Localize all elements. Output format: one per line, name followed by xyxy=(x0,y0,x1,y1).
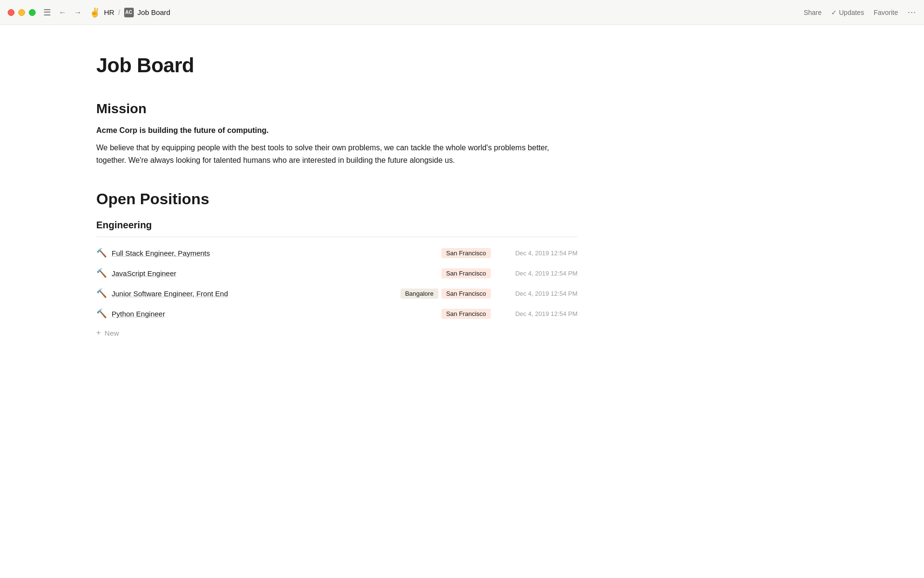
close-button[interactable] xyxy=(8,9,14,16)
job-tags: San Francisco xyxy=(441,248,491,258)
titlebar: ☰ ← → ✌️ HR / AC Job Board Share ✓ Updat… xyxy=(0,0,924,25)
job-title: Python Engineer xyxy=(112,310,441,318)
breadcrumb: ✌️ HR / AC Job Board xyxy=(90,7,804,18)
job-tag[interactable]: San Francisco xyxy=(441,268,491,278)
job-list: 🔨Full Stack Engineer, PaymentsSan Franci… xyxy=(96,243,578,324)
job-row[interactable]: 🔨Full Stack Engineer, PaymentsSan Franci… xyxy=(96,243,578,263)
job-date: Dec 4, 2019 12:54 PM xyxy=(500,310,578,317)
job-title: Junior Software Engineer, Front End xyxy=(112,289,400,298)
mission-text: We believe that by equipping people with… xyxy=(96,142,578,166)
updates-button[interactable]: ✓ Updates xyxy=(831,9,864,16)
page-title: Job Board xyxy=(96,54,578,77)
new-row[interactable]: + New xyxy=(96,324,578,342)
job-icon: 🔨 xyxy=(96,248,107,258)
minimize-button[interactable] xyxy=(18,9,25,16)
job-icon: 🔨 xyxy=(96,308,107,319)
job-row[interactable]: 🔨Junior Software Engineer, Front EndBang… xyxy=(96,283,578,303)
section-divider xyxy=(96,236,578,237)
job-tag[interactable]: Bangalore xyxy=(400,289,438,299)
more-button[interactable]: ··· xyxy=(908,7,916,17)
job-tags: BangaloreSan Francisco xyxy=(400,289,491,299)
job-title: JavaScript Engineer xyxy=(112,269,441,277)
new-label: New xyxy=(104,329,119,337)
job-row[interactable]: 🔨Python EngineerSan FranciscoDec 4, 2019… xyxy=(96,303,578,324)
mission-section-title: Mission xyxy=(96,101,578,117)
job-tags: San Francisco xyxy=(441,309,491,319)
breadcrumb-page[interactable]: Job Board xyxy=(138,8,170,16)
job-title: Full Stack Engineer, Payments xyxy=(112,249,441,257)
job-icon: 🔨 xyxy=(96,268,107,278)
forward-button[interactable]: → xyxy=(72,6,84,19)
breadcrumb-section[interactable]: HR xyxy=(104,8,115,16)
job-tag[interactable]: San Francisco xyxy=(441,289,491,299)
breadcrumb-separator: / xyxy=(118,9,120,16)
engineering-title: Engineering xyxy=(96,220,578,231)
mission-bold: Acme Corp is building the future of comp… xyxy=(96,126,578,135)
titlebar-actions: Share ✓ Updates Favorite ··· xyxy=(804,7,916,17)
breadcrumb-logo: AC xyxy=(124,8,134,17)
job-date: Dec 4, 2019 12:54 PM xyxy=(500,250,578,257)
traffic-lights xyxy=(8,9,36,16)
job-row[interactable]: 🔨JavaScript EngineerSan FranciscoDec 4, … xyxy=(96,263,578,283)
job-tag[interactable]: San Francisco xyxy=(441,248,491,258)
breadcrumb-emoji: ✌️ xyxy=(90,7,100,18)
maximize-button[interactable] xyxy=(29,9,36,16)
nav-buttons: ← → xyxy=(57,6,84,19)
job-tags: San Francisco xyxy=(441,268,491,278)
job-icon: 🔨 xyxy=(96,288,107,299)
job-date: Dec 4, 2019 12:54 PM xyxy=(500,270,578,277)
main-content: Job Board Mission Acme Corp is building … xyxy=(0,25,674,381)
new-plus-icon: + xyxy=(96,328,101,337)
job-date: Dec 4, 2019 12:54 PM xyxy=(500,290,578,297)
favorite-button[interactable]: Favorite xyxy=(873,9,898,16)
back-button[interactable]: ← xyxy=(57,6,68,19)
job-tag[interactable]: San Francisco xyxy=(441,309,491,319)
menu-icon[interactable]: ☰ xyxy=(43,7,51,18)
share-button[interactable]: Share xyxy=(804,9,821,16)
open-positions-title: Open Positions xyxy=(96,190,578,208)
